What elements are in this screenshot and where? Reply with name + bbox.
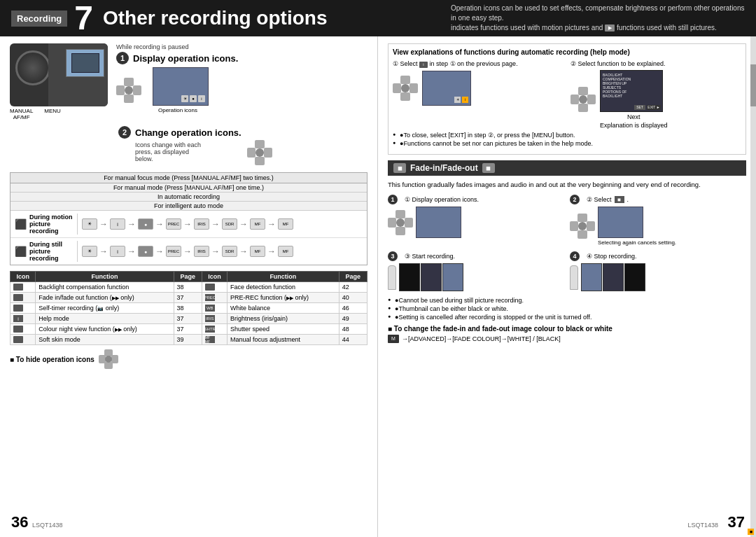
help-step-1-text: ① Select i in step ① on the previous pag… <box>393 60 564 68</box>
td-icon <box>10 335 36 345</box>
hand-shape-4 <box>570 265 578 290</box>
mfmf-icon: MF MF <box>205 336 215 343</box>
page-right-container: LSQT1438 37 <box>687 513 745 531</box>
fade-in-2 <box>421 263 442 291</box>
recording-label: Recording <box>11 11 67 27</box>
step-1-label: 1 Display operation icons. <box>116 52 368 64</box>
black-white-title: ■ To change the fade-in and fade-out ima… <box>388 325 746 333</box>
camera-illustration <box>10 43 108 106</box>
for-manual-mode-header: For manual mode (Press [MANUAL AF/MF] on… <box>10 183 367 193</box>
page-title: Other recording options <box>103 7 327 29</box>
td-func2: Brightness (iris/gain) <box>227 314 340 324</box>
fade-icon <box>13 294 23 301</box>
d-pad-f2-right <box>587 221 595 231</box>
camera-lens <box>15 50 50 85</box>
d-pad-fade-2 <box>570 214 595 239</box>
td-page2: 44 <box>339 335 367 345</box>
timer-icon <box>13 305 23 312</box>
d-pad-hide-center <box>105 356 112 363</box>
td-icon: i <box>10 314 36 324</box>
op-icons-preview-container: ☀ ● i Operation icons <box>147 67 209 113</box>
backlight-menu: BACKLIGHTCOMPENSATIONBRIGHTEN UPSUBJECTS… <box>601 71 662 100</box>
d-pad-h1-center <box>401 84 410 92</box>
help-title: View explanations of functions during au… <box>393 48 741 56</box>
d-pad-down <box>124 95 134 103</box>
still-icons: ☀ → i → ● → PREC → IRIS → SDR → MF → MF <box>78 246 363 257</box>
op-icon-3: i <box>198 95 205 102</box>
d-pad-h2-center <box>579 95 587 104</box>
motion-icon: ▶ <box>605 25 615 32</box>
still-row: ⬛ During still picture recording ☀ → i →… <box>10 238 367 265</box>
d-pad-h2-down <box>578 104 588 112</box>
td-page: 37 <box>174 293 202 303</box>
d-pad-2-center <box>255 148 264 157</box>
camera-labels: MANUALAF/MF MENU <box>10 108 108 120</box>
d-pad-right <box>133 85 141 95</box>
d-pad-2-down <box>255 157 265 165</box>
op-icon-1: ☀ <box>181 95 188 102</box>
mode-icon-prec: PREC <box>166 218 181 230</box>
help-screen-2: BACKLIGHTCOMPENSATIONBRIGHTEN UPSUBJECTS… <box>600 70 663 112</box>
camera-body <box>48 43 108 106</box>
d-pad-2 <box>247 140 272 165</box>
step-1-content: While recording is paused 1 Display oper… <box>116 43 368 113</box>
fade-screen-1: ◼ <box>416 207 461 238</box>
page-number-left: 36 <box>11 513 28 531</box>
mode-icon-sdr: SDR <box>222 218 237 230</box>
scrollbar-thumb[interactable] <box>750 64 756 106</box>
backlight-icon <box>13 284 23 291</box>
shtr-icon: SHTR <box>205 326 215 333</box>
help-screen-2-container: BACKLIGHTCOMPENSATIONBRIGHTEN UPSUBJECTS… <box>600 70 668 129</box>
td-page: 37 <box>174 324 202 335</box>
table-row: Backlight compensation function 38 Face … <box>10 282 368 293</box>
fade-out-3 <box>624 263 645 291</box>
td-page2: 40 <box>339 293 367 303</box>
menu-nav-icon: M <box>388 335 399 343</box>
step-2-label: 2 Change operation icons. <box>118 126 241 139</box>
d-pad-f1-up <box>396 210 405 218</box>
d-pad-h2-up <box>578 87 588 95</box>
hide-note: ■ To hide operation icons <box>10 349 368 369</box>
explanation-label: Explanation is displayed <box>600 122 668 129</box>
fade-bullet-1: ●Cannot be used during still picture rec… <box>388 297 746 304</box>
bullet-2: ●Functions cannot be set nor can picture… <box>393 140 741 147</box>
fade-step-4-label: 4 ④ Stop recording. <box>570 251 746 261</box>
d-pad-2-left <box>247 148 255 158</box>
d-pad-h1-up <box>400 76 410 84</box>
fade-step-2: 2 ② Select ◼ . <box>570 195 746 246</box>
menu-label: MENU <box>44 108 61 120</box>
help-step-2: ② Select function to be explained. <box>570 60 741 129</box>
help-step-1-icon: i <box>419 62 428 68</box>
fade-screen-2: ◼ <box>598 207 643 238</box>
step-1-title: Display operation icons. <box>133 53 238 64</box>
fade-screen-2-container: ◼ Selecting again cancels setting. <box>598 207 676 246</box>
step-2-desc: Icons change with each press, as display… <box>135 141 241 162</box>
fade-step-3-circle: 3 <box>388 251 398 261</box>
fade-step-3-label: 3 ③ Start recording. <box>388 251 564 261</box>
while-recording-text: While recording is paused <box>116 43 368 50</box>
fade-in-3 <box>442 263 463 291</box>
iris-icon: IRIS <box>205 315 215 322</box>
page-number-right: 37 <box>728 513 745 531</box>
td-func2: Manual focus adjustment <box>227 335 340 345</box>
set-btn: SET <box>634 105 645 110</box>
td-page: 39 <box>174 335 202 345</box>
help-bullets: ●To close, select [EXIT] in step ②, or p… <box>393 132 741 147</box>
scrollbar[interactable] <box>750 36 756 537</box>
fade-step-2-visual: ◼ Selecting again cancels setting. <box>570 207 746 246</box>
td-icon2 <box>202 282 227 293</box>
td-func2: Face detection function <box>227 282 340 293</box>
mode-icon-mf2: MF <box>278 218 293 230</box>
d-pad-help-2 <box>570 87 596 112</box>
fade-title: Fade-in/Fade-out <box>410 163 478 173</box>
fade-step-1-label: 1 ① Display operation icons. <box>388 195 564 204</box>
motion-label: ⬛ During motion picture recording <box>15 214 78 235</box>
th-icon-1: Icon <box>10 272 36 282</box>
help-screen-1: ☀ i <box>422 71 471 106</box>
black-white-section: ■ To change the fade-in and fade-out ima… <box>388 325 746 343</box>
section-display: MANUALAF/MF MENU While recording is paus… <box>10 43 368 120</box>
still-icon-1: ☀ <box>82 246 97 257</box>
td-icon2: PREC <box>202 293 227 303</box>
td-icon2: MF MF <box>202 335 227 345</box>
modes-container: For manual focus mode (Press [MANUAL AF/… <box>10 172 368 265</box>
